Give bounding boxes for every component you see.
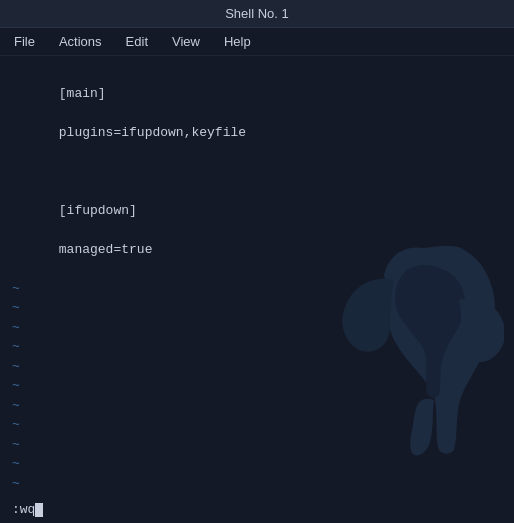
cursor <box>35 503 43 517</box>
menu-file[interactable]: File <box>10 32 39 51</box>
menu-edit[interactable]: Edit <box>122 32 152 51</box>
line-ifupdown: [ifupdown] <box>59 203 137 218</box>
status-line: :wq <box>0 500 514 523</box>
tilde-lines: ~ ~ ~ ~ ~ ~ ~ ~ ~ ~ ~ ~ ~ ~ ~ ~ ~ ~ ~ ~ … <box>12 279 502 501</box>
editor-area[interactable]: [main] plugins=ifupdown,keyfile [ifupdow… <box>0 56 514 500</box>
line-main: [main] <box>59 86 106 101</box>
title-bar: Shell No. 1 <box>0 0 514 28</box>
menu-actions[interactable]: Actions <box>55 32 106 51</box>
editor-content: [main] plugins=ifupdown,keyfile [ifupdow… <box>12 64 502 279</box>
line-managed: managed=true <box>59 242 153 257</box>
terminal-window: Shell No. 1 File Actions Edit View Help … <box>0 0 514 523</box>
menu-view[interactable]: View <box>168 32 204 51</box>
menu-bar: File Actions Edit View Help <box>0 28 514 56</box>
title-text: Shell No. 1 <box>225 6 289 21</box>
menu-help[interactable]: Help <box>220 32 255 51</box>
command-text: :wq <box>12 502 35 517</box>
line-plugins: plugins=ifupdown,keyfile <box>59 125 246 140</box>
